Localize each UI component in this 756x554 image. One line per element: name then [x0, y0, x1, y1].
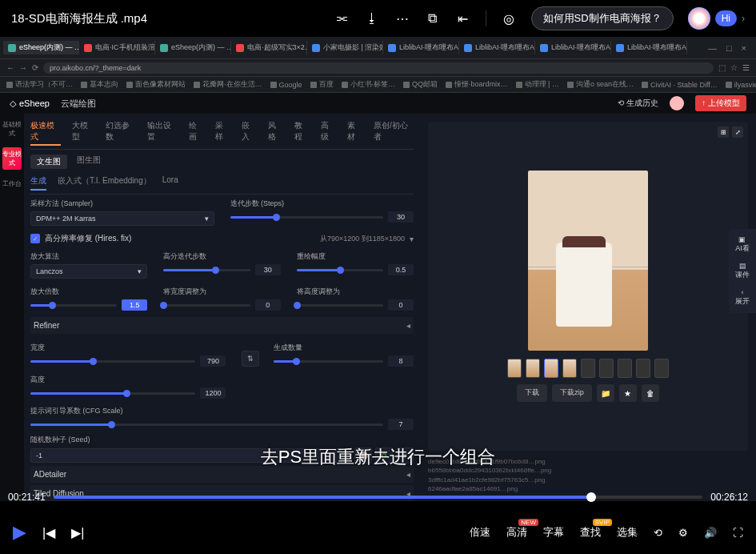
- bookmark[interactable]: 沟通o sean在线…: [567, 79, 634, 90]
- bookmark[interactable]: CivitAI · Stable Diff…: [642, 81, 718, 89]
- top-tab[interactable]: 嵌入: [242, 120, 257, 146]
- settings-icon[interactable]: ⚙: [678, 527, 688, 539]
- bookmark[interactable]: Google: [270, 81, 302, 89]
- browser-tab[interactable]: eSheep(内测) — …×: [3, 41, 79, 54]
- quality-control[interactable]: 高清 NEW: [506, 525, 527, 540]
- fullscreen-icon[interactable]: ⛶: [733, 527, 743, 539]
- cfg-value[interactable]: 7: [388, 419, 414, 430]
- output-image[interactable]: [528, 171, 648, 351]
- episodes-control[interactable]: 选集: [617, 525, 638, 540]
- bookmark[interactable]: 憧憬·boardmix…: [446, 79, 508, 90]
- top-tab[interactable]: 输出设置: [147, 120, 178, 146]
- top-tab[interactable]: 高级: [321, 120, 336, 146]
- cfg-slider[interactable]: [30, 424, 383, 426]
- swap-wh-icon[interactable]: ⇅: [242, 351, 259, 367]
- upscale-value[interactable]: 1.5: [122, 299, 147, 311]
- tab-embedding[interactable]: 嵌入式（T.I. Embedding）: [58, 175, 151, 191]
- loop-icon[interactable]: ⟲: [654, 527, 662, 539]
- top-tab[interactable]: 极速模式: [30, 120, 61, 146]
- hires-checkbox[interactable]: ✓: [30, 234, 40, 243]
- chevron-down-icon[interactable]: ▾: [410, 235, 414, 243]
- bookmark[interactable]: 语法学习（不可…: [6, 79, 73, 90]
- maximize-icon[interactable]: □: [726, 43, 732, 53]
- thumbnail[interactable]: [562, 359, 577, 378]
- thumbnail[interactable]: [544, 359, 558, 378]
- forward-icon[interactable]: →: [19, 63, 27, 72]
- grid-icon[interactable]: ⊞: [718, 126, 729, 138]
- refiner-section[interactable]: Refiner◂: [30, 317, 414, 334]
- tab-txt2img[interactable]: 文生图: [30, 155, 67, 169]
- download-icon[interactable]: ⭳: [364, 10, 380, 26]
- subtitle-control[interactable]: 字幕: [543, 525, 564, 540]
- rail-pro-mode[interactable]: 专业模式: [2, 147, 22, 170]
- download-button[interactable]: 下载: [517, 384, 547, 402]
- find-control[interactable]: 查找 SVIP: [580, 525, 601, 540]
- top-tab[interactable]: 风格: [268, 120, 283, 146]
- extension-icon[interactable]: ⬚: [718, 63, 726, 72]
- reload-icon[interactable]: ⟳: [32, 63, 38, 72]
- url-input[interactable]: pro.aikobo.cn/?_theme=dark: [43, 62, 714, 74]
- progress-track[interactable]: [54, 496, 703, 499]
- folder-icon[interactable]: 📁: [597, 384, 614, 402]
- bookmark[interactable]: 百度: [310, 79, 334, 90]
- star-icon[interactable]: ★: [619, 384, 637, 402]
- upscaler-select[interactable]: Lanczos▾: [30, 264, 147, 279]
- width-slider[interactable]: [30, 360, 195, 363]
- sampler-select[interactable]: DPM++ 2M Karras▾: [30, 211, 214, 226]
- courseware-button[interactable]: ▤课件: [735, 262, 750, 280]
- resize-h-value[interactable]: 0: [388, 299, 414, 311]
- delete-icon[interactable]: 🗑: [642, 384, 659, 402]
- upload-model-button[interactable]: ↑ 上传模型: [695, 95, 746, 111]
- nav-cloud-draw[interactable]: 云端绘图: [61, 98, 96, 110]
- top-tab[interactable]: 绘画: [189, 120, 204, 146]
- more-icon[interactable]: ⋯: [394, 10, 410, 26]
- top-tab[interactable]: 原创/初心者: [374, 120, 414, 146]
- hires-steps-slider[interactable]: [163, 269, 250, 271]
- ai-question-button[interactable]: 如何用SD制作电商海报？: [531, 6, 674, 30]
- thumbnail[interactable]: [618, 359, 632, 378]
- thumbnail[interactable]: [654, 359, 669, 378]
- resize-w-value[interactable]: 0: [255, 299, 281, 311]
- denoise-value[interactable]: 0.5: [388, 264, 414, 275]
- ai-watch-button[interactable]: ▣AI看: [735, 235, 750, 254]
- thumbnail[interactable]: [581, 359, 595, 378]
- bookmark[interactable]: ilyasviel/sd_cont…: [726, 81, 756, 89]
- top-tab[interactable]: 采样: [215, 120, 230, 146]
- thumbnail[interactable]: [507, 359, 522, 378]
- minimize-icon[interactable]: —: [708, 43, 717, 53]
- bookmark[interactable]: QQ邮箱: [403, 79, 438, 90]
- height-value[interactable]: 1200: [200, 387, 226, 399]
- tab-generate[interactable]: 生成: [30, 175, 46, 191]
- speed-control[interactable]: 倍速: [470, 525, 490, 540]
- close-window-icon[interactable]: ×: [742, 43, 746, 53]
- browser-tab[interactable]: LiblibAI·哩布哩布AI …×: [611, 41, 687, 54]
- browser-tab[interactable]: eSheep(内测) — …×: [155, 41, 231, 54]
- batch-count-value[interactable]: 8: [388, 355, 414, 367]
- browser-tab[interactable]: 电商·IC手机组装渲染…×: [79, 41, 155, 54]
- denoise-slider[interactable]: [297, 269, 383, 271]
- browser-tab[interactable]: 电商·超级写实3×2…×: [231, 41, 307, 54]
- bookmark[interactable]: 花瓣网·在你生活…: [194, 79, 262, 90]
- height-slider[interactable]: [30, 392, 195, 395]
- browser-tab[interactable]: 小家电摄影 | 渲染效果…×: [307, 41, 383, 54]
- browser-tab[interactable]: LiblibAI·哩布哩布AI …×: [459, 41, 535, 54]
- back-icon[interactable]: ←: [6, 63, 14, 72]
- width-value[interactable]: 790: [200, 355, 226, 367]
- play-button[interactable]: ▶: [13, 522, 26, 543]
- hires-steps-value[interactable]: 30: [255, 264, 281, 275]
- bookmark[interactable]: 动理理 | …: [516, 79, 559, 90]
- collapse-icon[interactable]: ⇤: [455, 10, 471, 26]
- tab-lora[interactable]: Lora: [162, 175, 178, 191]
- batch-count-slider[interactable]: [274, 360, 383, 363]
- resize-w-slider[interactable]: [163, 304, 250, 307]
- next-button[interactable]: ▶|: [71, 525, 84, 540]
- extension-icon[interactable]: ☆: [730, 63, 738, 72]
- pip-icon[interactable]: ⧉: [425, 10, 441, 26]
- top-tab[interactable]: 大模型: [72, 120, 94, 146]
- menu-icon[interactable]: ☰: [742, 63, 750, 72]
- resize-h-slider[interactable]: [297, 304, 383, 307]
- user-avatar[interactable]: [670, 96, 684, 110]
- browser-tab[interactable]: LiblibAI·哩布哩布AI …×: [535, 41, 611, 54]
- assistant-badge[interactable]: Hi ›: [688, 7, 745, 30]
- browser-tab[interactable]: LiblibAI·哩布哩布AI …×: [383, 41, 459, 54]
